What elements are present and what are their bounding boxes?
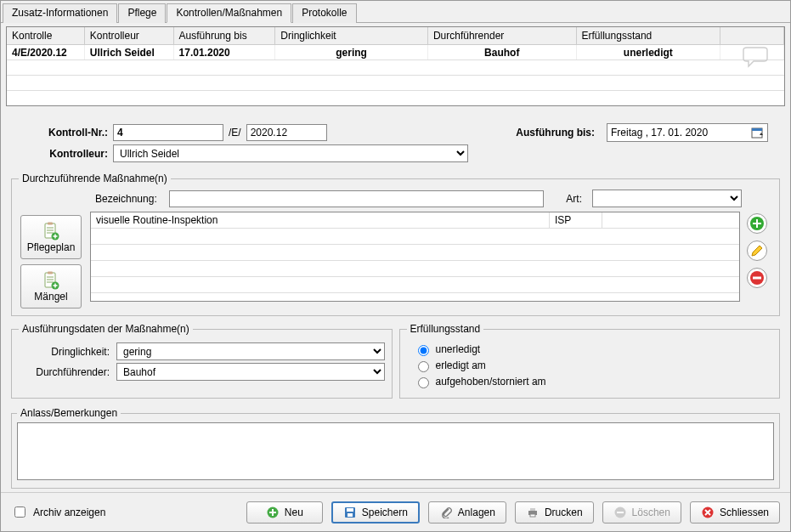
tab-label: Kontrollen/Maßnahmen [176,7,282,19]
printer-icon [526,506,540,519]
close-icon [701,506,715,519]
minus-icon [613,506,627,519]
ausfuehrungsdaten-fieldset: Ausführungsdaten der Maßnahme(n) Dringli… [11,323,393,399]
svg-rect-14 [347,513,353,517]
bezeichnung-input[interactable] [169,190,545,207]
tab-protokolle[interactable]: Protokolle [292,3,356,23]
pflegeplan-label: Pflegeplan [27,241,76,253]
cell-bezeichnung: visuelle Routine-Inspektion [91,212,550,228]
tab-bar: Zusatz-Informationen Pflege Kontrollen/M… [1,1,790,23]
svg-rect-1 [752,128,762,131]
date-value: Freitag , 17. 01. 2020 [611,127,708,139]
pflegeplan-button[interactable]: Pflegeplan [20,215,82,259]
svg-rect-10 [753,277,761,280]
speichern-button[interactable]: Speichern [331,501,420,524]
anlass-legend: Anlass/Bemerkungen [17,407,121,419]
art-select[interactable] [592,190,742,207]
archiv-checkbox[interactable] [14,507,25,518]
table-row[interactable] [91,245,739,261]
erfuellungsstand-legend: Erfüllungsstand [407,323,484,335]
radio-unerledigt[interactable] [418,345,429,356]
durchfuehrender-select[interactable]: Bauhof [116,363,385,381]
table-row[interactable] [91,277,739,293]
table-row[interactable] [7,76,784,91]
schliessen-button[interactable]: Schliessen [690,501,780,524]
save-icon [343,506,357,519]
anlagen-button[interactable]: Anlagen [428,501,506,524]
edit-button[interactable] [747,241,767,261]
col-erfuellungsstand[interactable]: Erfüllungsstand [577,27,721,44]
cell-durchfuehrender: Bauhof [428,45,577,59]
anlass-textarea[interactable] [17,422,774,480]
delete-button[interactable] [747,268,767,288]
kontrollen-grid[interactable]: Kontrolle Kontrolleur Ausführung bis Dri… [6,26,785,106]
kontrolldate-input[interactable] [246,124,327,141]
svg-rect-6 [48,272,53,274]
calendar-icon[interactable] [750,126,764,139]
plus-icon [266,506,280,519]
dringlichkeit-label: Dringlichkeit: [19,346,116,358]
table-row[interactable] [7,60,784,76]
svg-rect-16 [530,508,535,511]
col-kontrolleur[interactable]: Kontrolleur [85,27,174,44]
ausfuehrung-bis-label: Ausführung bis: [516,127,600,139]
clipboard-plus-icon [42,221,60,241]
loeschen-button: Löschen [602,501,681,524]
bezeichnung-label: Bezeichnung: [88,193,164,205]
kontrolleur-label: Kontrolleur: [28,148,113,160]
tab-label: Pflege [127,7,156,19]
col-kontrolle[interactable]: Kontrolle [7,27,85,44]
table-row[interactable]: 4/E/2020.12 Ullrich Seidel 17.01.2020 ge… [7,45,784,60]
tab-kontrollen[interactable]: Kontrollen/Maßnahmen [167,3,291,23]
col-dringlichkeit[interactable]: Dringlichkeit [275,27,428,44]
svg-rect-13 [347,508,353,512]
durchfuehrender-label: Durchführender: [19,366,116,378]
cell-kontrolle: 4/E/2020.12 [7,45,85,59]
kontrolleur-select[interactable]: Ullrich Seidel [113,144,468,162]
cell-kontrolleur: Ullrich Seidel [85,45,174,59]
cell-ausfuehrung: 17.01.2020 [174,45,276,59]
erfuellungsstand-fieldset: Erfüllungsstand unerledigt erledigt am a… [399,323,781,399]
ausfuehrung-date-picker[interactable]: Freitag , 17. 01. 2020 [607,123,768,142]
tab-label: Zusatz-Informationen [12,7,108,19]
radio-label: aufgehoben/storniert am [436,376,546,388]
comment-bubble-icon[interactable] [742,47,769,69]
table-row[interactable] [91,261,739,277]
tab-label: Protokolle [302,7,347,19]
neu-button[interactable]: Neu [246,501,323,524]
art-label: Art: [549,193,587,205]
radio-label: unerledigt [436,343,481,355]
clipboard-plus-icon [42,270,60,291]
radio-aufgehoben[interactable] [418,377,429,388]
dringlichkeit-select[interactable]: gering [116,342,385,360]
cell-erfuellungsstand: unerledigt [577,45,721,59]
drucken-button[interactable]: Drucken [515,501,594,524]
radio-label: erledigt am [436,359,486,371]
paperclip-icon [439,506,453,519]
massnahmen-legend: Durchzuführende Maßnahme(n) [19,173,171,184]
table-row[interactable] [91,229,739,245]
svg-rect-3 [48,223,53,225]
kontrollnr-input[interactable] [113,124,223,141]
add-button[interactable] [747,213,767,234]
archiv-label: Archiv anzeigen [33,507,105,518]
svg-rect-17 [530,514,535,517]
anlass-fieldset: Anlass/Bemerkungen [11,407,780,489]
col-spacer [720,27,784,44]
cell-dringlichkeit: gering [275,45,428,59]
cell-art: ISP [550,212,602,228]
table-row[interactable] [7,91,784,105]
col-durchfuehrender[interactable]: Durchführender [428,27,577,44]
radio-erledigt[interactable] [418,361,429,372]
ausfuehrungsdaten-legend: Ausführungsdaten der Maßnahme(n) [19,323,193,335]
maengel-label: Mängel [34,291,67,303]
massnahmen-grid[interactable]: visuelle Routine-Inspektion ISP [90,212,740,302]
table-row[interactable]: visuelle Routine-Inspektion ISP [91,212,739,229]
col-ausfuehrung[interactable]: Ausführung bis [174,27,276,44]
tab-pflege[interactable]: Pflege [118,3,166,23]
footer-bar: Archiv anzeigen Neu Speichern Anlagen Dr… [1,492,790,531]
maengel-button[interactable]: Mängel [20,264,82,308]
tab-zusatz[interactable]: Zusatz-Informationen [3,3,117,23]
cell-extra [602,212,739,228]
kontrollnr-label: Kontroll-Nr.: [28,127,113,139]
